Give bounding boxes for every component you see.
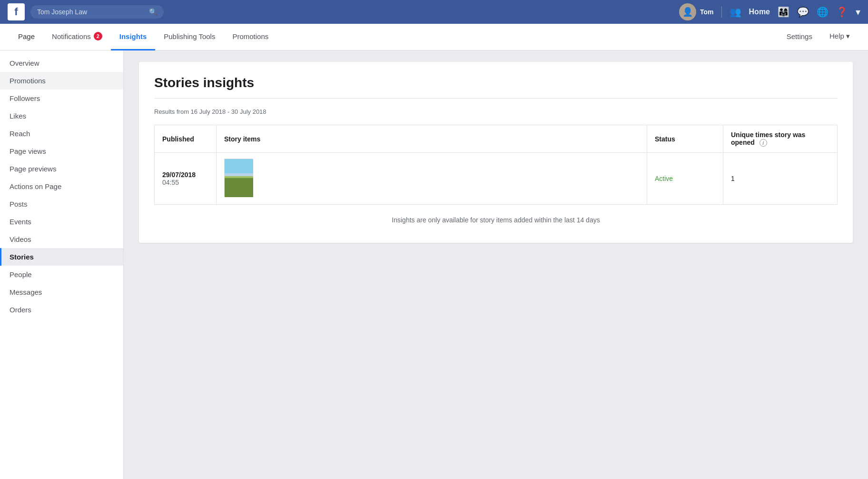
top-bar-right: 👤 Tom 👥 Home 👨‍👩‍👧 💬 🌐 ❓ ▾: [679, 3, 860, 20]
sidebar-item-page-views[interactable]: Page views: [0, 142, 123, 160]
nav-item-promotions[interactable]: Promotions: [224, 24, 277, 50]
insights-note: Insights are only available for story it…: [154, 216, 838, 224]
search-icon: 🔍: [149, 8, 157, 16]
help-icon[interactable]: ❓: [836, 6, 848, 18]
col-header-unique-times: Unique times story was opened i: [723, 125, 838, 153]
dropdown-icon[interactable]: ▾: [856, 6, 860, 18]
cell-status: Active: [647, 153, 723, 205]
nav-item-help[interactable]: Help ▾: [821, 24, 858, 50]
published-date: 29/07/2018: [162, 171, 208, 179]
sidebar-item-reach[interactable]: Reach: [0, 125, 123, 142]
sidebar-item-videos[interactable]: Videos: [0, 230, 123, 248]
title-divider: [154, 98, 838, 99]
content-area: Stories insights Results from 16 July 20…: [124, 50, 868, 479]
sidebar-item-events[interactable]: Events: [0, 213, 123, 230]
sidebar-item-page-previews[interactable]: Page previews: [0, 160, 123, 178]
cell-published: 29/07/2018 04:55: [155, 153, 217, 205]
top-navigation-bar: f 🔍 👤 Tom 👥 Home 👨‍👩‍👧 💬 🌐 ❓ ▾: [0, 0, 868, 24]
page-nav-right: Settings Help ▾: [778, 24, 858, 50]
svg-rect-3: [225, 173, 253, 176]
home-icon[interactable]: Home: [749, 8, 770, 16]
sidebar-item-people[interactable]: People: [0, 266, 123, 283]
content-card: Stories insights Results from 16 July 20…: [139, 62, 853, 243]
date-range: Results from 16 July 2018 - 30 July 2018: [154, 108, 838, 115]
sidebar-item-stories[interactable]: Stories: [0, 248, 123, 266]
sidebar-item-overview[interactable]: Overview: [0, 54, 123, 72]
cell-story-items: [217, 153, 647, 205]
page-title: Stories insights: [154, 75, 838, 90]
search-bar-container[interactable]: 🔍: [30, 5, 164, 19]
table-row: 29/07/2018 04:55: [155, 153, 838, 205]
cell-unique-count: 1: [723, 153, 838, 205]
svg-rect-4: [225, 176, 253, 178]
facebook-logo: f: [8, 3, 25, 20]
sidebar-item-posts[interactable]: Posts: [0, 195, 123, 213]
nav-item-publishing-tools[interactable]: Publishing Tools: [155, 24, 224, 50]
nav-item-insights[interactable]: Insights: [111, 24, 156, 50]
nav-item-notifications[interactable]: Notifications 2: [43, 24, 111, 50]
avatar: 👤: [679, 3, 696, 20]
col-header-published: Published: [155, 125, 217, 153]
sidebar-item-promotions[interactable]: Promotions: [0, 72, 123, 90]
messenger-icon[interactable]: 💬: [797, 6, 809, 18]
add-friend-icon[interactable]: 👥: [730, 6, 741, 18]
page-navigation: Page Notifications 2 Insights Publishing…: [0, 24, 868, 50]
globe-icon[interactable]: 🌐: [817, 6, 829, 18]
info-icon[interactable]: i: [760, 139, 767, 147]
nav-item-page[interactable]: Page: [10, 24, 43, 50]
friends-icon[interactable]: 👨‍👩‍👧: [778, 6, 789, 18]
col-header-story-items: Story items: [217, 125, 647, 153]
story-thumbnail: [224, 159, 253, 197]
col-header-status: Status: [647, 125, 723, 153]
svg-rect-0: [225, 159, 253, 176]
sidebar-item-messages[interactable]: Messages: [0, 283, 123, 301]
sidebar-item-likes[interactable]: Likes: [0, 107, 123, 125]
main-layout: Overview Promotions Followers Likes Reac…: [0, 50, 868, 479]
insights-table: Published Story items Status Unique time…: [154, 125, 838, 205]
notification-badge: 2: [94, 32, 102, 40]
table-header-row: Published Story items Status Unique time…: [155, 125, 838, 153]
sidebar-item-orders[interactable]: Orders: [0, 301, 123, 319]
status-badge: Active: [655, 175, 673, 182]
svg-rect-1: [225, 176, 253, 197]
user-info[interactable]: 👤 Tom: [679, 3, 714, 20]
search-input[interactable]: [37, 8, 145, 16]
sidebar: Overview Promotions Followers Likes Reac…: [0, 50, 124, 479]
sidebar-item-actions-on-page[interactable]: Actions on Page: [0, 178, 123, 195]
user-name: Tom: [700, 8, 714, 16]
published-time: 04:55: [162, 179, 208, 186]
nav-divider: [721, 6, 722, 18]
sidebar-item-followers[interactable]: Followers: [0, 90, 123, 107]
nav-item-settings[interactable]: Settings: [778, 24, 821, 50]
